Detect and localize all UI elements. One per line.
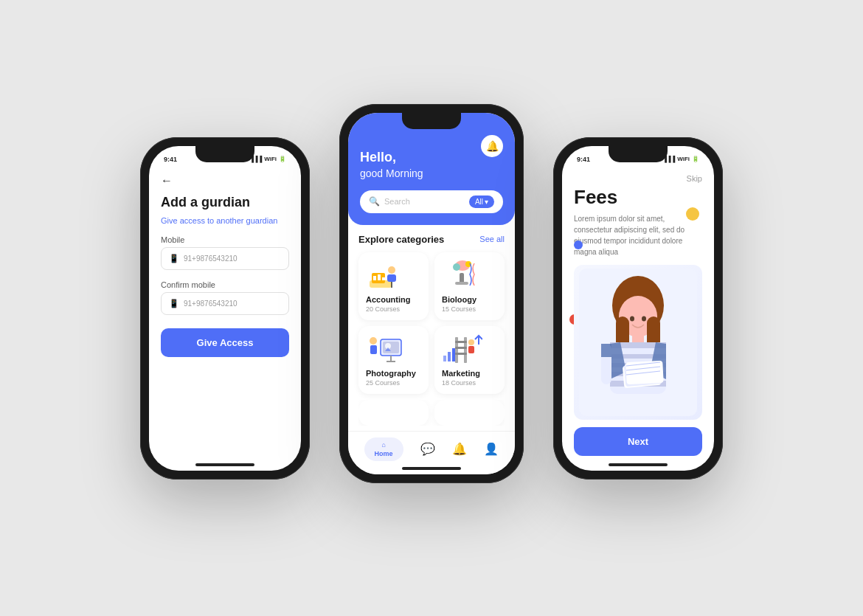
home-label: Home: [375, 450, 393, 457]
nav-messages[interactable]: 💬: [420, 442, 435, 456]
notch-2: [402, 113, 461, 129]
accounting-name: Accounting: [366, 295, 411, 304]
phone-3-screen: 9:41 ▐▐▐ WiFi 🔋 Skip Fees Lorem ipsum do…: [562, 146, 714, 471]
give-access-link[interactable]: Give access to another guardian: [161, 216, 289, 225]
marketing-name: Marketing: [442, 369, 480, 378]
category-accounting[interactable]: Accounting 20 Courses: [358, 252, 429, 320]
mobile-input[interactable]: 📱 91+9876543210: [161, 247, 289, 270]
home-indicator-1: [195, 463, 254, 466]
svg-point-26: [468, 339, 474, 345]
phone-icon-2: 📱: [169, 299, 179, 308]
biology-name: Bioloogy: [442, 295, 476, 304]
bell-nav-icon: 🔔: [452, 442, 467, 456]
svg-point-51: [642, 316, 646, 321]
svg-point-9: [453, 263, 460, 271]
fees-description: Lorem ipsum dolor sit amet, consectetur …: [574, 213, 702, 257]
section-title: Explore categories: [358, 234, 444, 245]
status-icons-3: ▐▐▐ WiFi 🔋: [662, 156, 699, 162]
next-button[interactable]: Next: [574, 427, 702, 456]
home-indicator-2: [402, 467, 461, 470]
biology-icon: [442, 260, 482, 291]
time-3: 9:41: [577, 156, 590, 163]
page-title: Add a gurdian: [161, 195, 289, 210]
phones-container: 9:41 ▐▐▐ WiFi 🔋 ← Add a gurdian Give acc…: [111, 89, 752, 527]
profile-icon: 👤: [484, 442, 499, 456]
chat-icon: 💬: [420, 442, 435, 456]
nav-home[interactable]: ⌂ Home: [364, 437, 403, 461]
mobile-placeholder-text: 91+9876543210: [184, 255, 238, 263]
status-icons-1: ▐▐▐ WiFi 🔋: [249, 156, 286, 162]
student-illustration: [574, 265, 702, 420]
back-button[interactable]: ←: [161, 174, 289, 187]
svg-rect-54: [601, 351, 611, 357]
svg-rect-12: [455, 282, 468, 285]
svg-rect-6: [378, 274, 381, 280]
svg-rect-37: [632, 333, 644, 344]
skip-container: Skip: [574, 174, 702, 183]
section-header: Explore categories See all: [358, 234, 505, 245]
accounting-icon: [366, 260, 406, 291]
phone-2: Hello, good Morning 🔔 🔍 Search All ▾: [339, 104, 524, 483]
categories-section: Explore categories See all: [348, 225, 515, 426]
home-icon: ⌂: [381, 441, 385, 449]
phone-2-screen: Hello, good Morning 🔔 🔍 Search All ▾: [348, 113, 515, 474]
see-all-link[interactable]: See all: [479, 235, 505, 243]
phone-3: 9:41 ▐▐▐ WiFi 🔋 Skip Fees Lorem ipsum do…: [553, 137, 723, 480]
svg-point-13: [370, 337, 377, 345]
svg-rect-23: [455, 341, 467, 343]
student-svg: [579, 269, 697, 416]
bell-icon: 🔔: [486, 140, 499, 152]
notch-3: [609, 146, 668, 162]
svg-rect-29: [443, 356, 446, 361]
svg-rect-31: [452, 348, 455, 361]
nav-profile[interactable]: 👤: [484, 442, 499, 456]
svg-rect-53: [601, 344, 611, 351]
svg-rect-16: [383, 342, 399, 353]
phone2-header: Hello, good Morning 🔔 🔍 Search All ▾: [348, 113, 515, 225]
svg-rect-7: [382, 277, 385, 280]
search-icon: 🔍: [369, 196, 380, 207]
categories-grid: Accounting 20 Courses: [358, 252, 505, 394]
category-marketing[interactable]: Marketing 18 Courses: [434, 326, 505, 394]
svg-point-2: [388, 266, 395, 274]
nav-notifications[interactable]: 🔔: [452, 442, 467, 456]
svg-rect-3: [387, 274, 396, 282]
marketing-icon: [442, 333, 482, 364]
photography-name: Photography: [366, 369, 416, 378]
phone-1: 9:41 ▐▐▐ WiFi 🔋 ← Add a gurdian Give acc…: [140, 137, 310, 480]
greeting-text: Hello, good Morning: [360, 150, 503, 181]
svg-rect-5: [373, 276, 376, 280]
search-placeholder: Search: [384, 197, 465, 206]
time-1: 9:41: [164, 156, 177, 163]
category-biology[interactable]: Bioloogy 15 Courses: [434, 252, 505, 320]
home-indicator-3: [609, 463, 668, 466]
svg-point-50: [630, 316, 634, 321]
svg-rect-24: [455, 347, 467, 349]
biology-count: 15 Courses: [442, 305, 476, 313]
search-bar[interactable]: 🔍 Search All ▾: [360, 190, 503, 213]
svg-rect-25: [455, 353, 467, 355]
phone-icon: 📱: [169, 254, 179, 263]
photography-icon: [366, 333, 406, 364]
photography-count: 25 Courses: [366, 379, 400, 387]
svg-rect-11: [460, 273, 464, 283]
confirm-placeholder-text: 91+9876543210: [184, 300, 238, 308]
blue-dot: [574, 240, 583, 249]
mobile-label: Mobile: [161, 235, 289, 244]
search-filter[interactable]: All ▾: [469, 195, 494, 208]
notch-1: [195, 146, 254, 162]
skip-button[interactable]: Skip: [687, 174, 702, 183]
yellow-dot: [686, 207, 699, 221]
confirm-input[interactable]: 📱 91+9876543210: [161, 292, 289, 315]
category-partial-2: [434, 400, 505, 426]
category-photography[interactable]: Photography 25 Courses: [358, 326, 429, 394]
category-partial-1: [358, 400, 429, 426]
bell-button[interactable]: 🔔: [481, 135, 503, 157]
accounting-count: 20 Courses: [366, 305, 400, 313]
phone-1-screen: 9:41 ▐▐▐ WiFi 🔋 ← Add a gurdian Give acc…: [149, 146, 301, 471]
svg-rect-14: [370, 345, 377, 354]
marketing-count: 18 Courses: [442, 379, 476, 387]
phone3-content: Skip Fees Lorem ipsum dolor sit amet, co…: [562, 167, 714, 463]
give-access-button[interactable]: Give Access: [161, 328, 289, 357]
phone1-content: ← Add a gurdian Give access to another g…: [149, 167, 301, 471]
